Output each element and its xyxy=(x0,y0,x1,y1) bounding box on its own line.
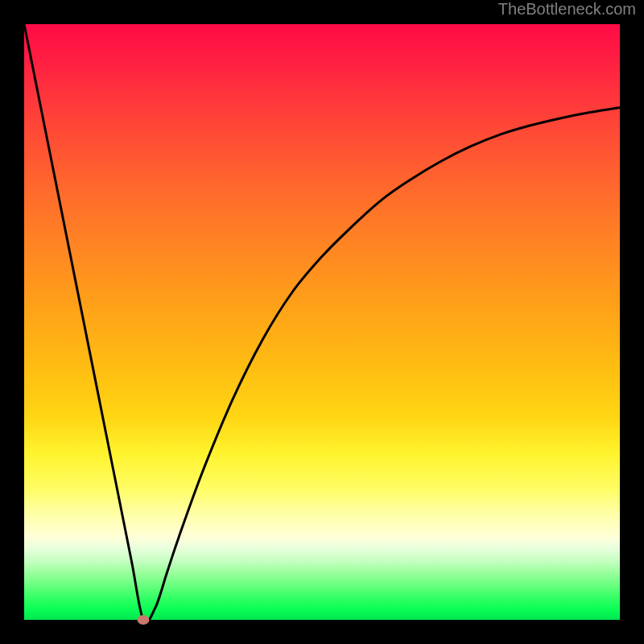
minimum-marker-dot xyxy=(138,615,150,625)
curve-path xyxy=(24,24,620,622)
watermark-text: TheBottleneck.com xyxy=(498,0,636,19)
bottleneck-curve xyxy=(24,24,620,620)
chart-frame: TheBottleneck.com xyxy=(0,0,644,644)
